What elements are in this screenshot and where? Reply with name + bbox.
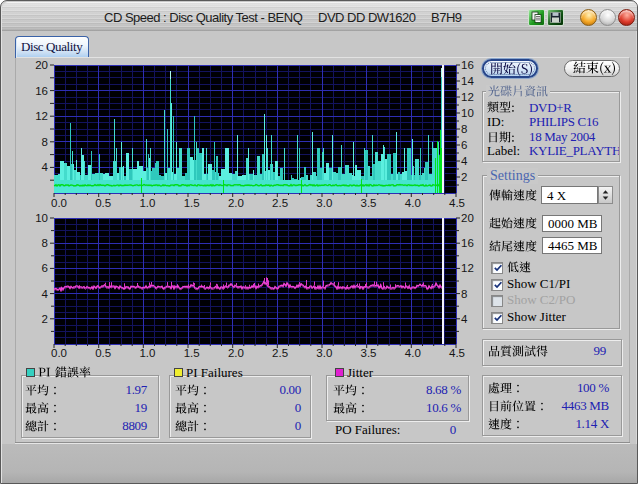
svg-text:8: 8 [461, 123, 467, 135]
svg-text:4: 4 [42, 288, 49, 300]
svg-text:2.5: 2.5 [272, 347, 288, 359]
svg-text:14: 14 [461, 75, 474, 87]
svg-text:4: 4 [42, 161, 49, 173]
svg-text:3.0: 3.0 [316, 197, 332, 209]
svg-text:4: 4 [461, 313, 468, 325]
svg-text:0.0: 0.0 [51, 197, 67, 209]
svg-text:0.0: 0.0 [51, 347, 67, 359]
svg-text:20: 20 [461, 212, 474, 224]
svg-text:16: 16 [35, 85, 48, 97]
svg-text:4.5: 4.5 [449, 347, 465, 359]
svg-text:10: 10 [35, 212, 48, 224]
svg-text:2.5: 2.5 [272, 197, 288, 209]
svg-text:6: 6 [42, 262, 48, 274]
svg-text:4.0: 4.0 [405, 197, 421, 209]
svg-text:8: 8 [42, 237, 48, 249]
svg-text:8: 8 [42, 136, 48, 148]
svg-text:1.5: 1.5 [184, 197, 200, 209]
svg-text:0.5: 0.5 [95, 347, 111, 359]
svg-text:10: 10 [461, 107, 474, 119]
svg-text:0.5: 0.5 [95, 197, 111, 209]
svg-text:12: 12 [35, 110, 48, 122]
svg-text:4.5: 4.5 [449, 197, 465, 209]
svg-text:3.5: 3.5 [361, 347, 377, 359]
svg-text:12: 12 [461, 262, 474, 274]
svg-text:16: 16 [461, 237, 474, 249]
svg-text:1.0: 1.0 [139, 347, 155, 359]
svg-text:8: 8 [461, 288, 467, 300]
svg-text:4.0: 4.0 [405, 347, 421, 359]
svg-text:6: 6 [461, 139, 467, 151]
svg-text:3.5: 3.5 [361, 197, 377, 209]
svg-text:16: 16 [461, 59, 474, 71]
svg-text:4: 4 [461, 155, 468, 167]
svg-text:2: 2 [42, 313, 48, 325]
svg-text:2: 2 [461, 171, 467, 183]
svg-text:1.0: 1.0 [139, 197, 155, 209]
svg-text:12: 12 [461, 91, 474, 103]
svg-text:3.0: 3.0 [316, 347, 332, 359]
svg-text:2.0: 2.0 [228, 197, 244, 209]
svg-text:1.5: 1.5 [184, 347, 200, 359]
svg-text:20: 20 [35, 59, 48, 71]
svg-text:2.0: 2.0 [228, 347, 244, 359]
